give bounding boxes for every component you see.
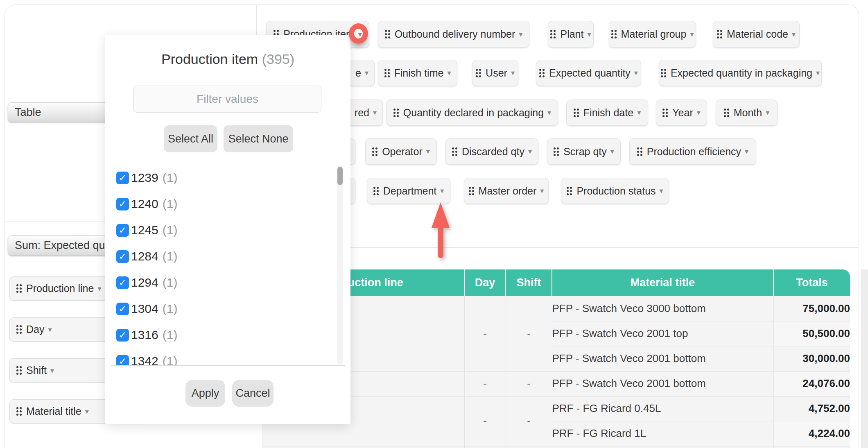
field-finish-time[interactable]: Finish time xyxy=(378,60,457,86)
cell-day: - xyxy=(464,371,506,396)
item-label: 1304 xyxy=(131,302,158,316)
table-row xyxy=(262,446,850,448)
header-totals: Totals xyxy=(773,269,850,296)
chevron-down-icon xyxy=(447,68,451,77)
list-scrollbar-thumb[interactable] xyxy=(337,167,343,185)
checkbox-checked-icon[interactable] xyxy=(116,250,129,263)
drag-handle-icon xyxy=(476,69,481,77)
drag-handle-icon xyxy=(469,187,474,195)
chevron-down-icon xyxy=(690,30,694,39)
field-plant[interactable]: Plant xyxy=(548,21,594,48)
apply-button[interactable]: Apply xyxy=(185,380,225,407)
field-expected-quantity[interactable]: Expected quantity xyxy=(536,60,641,86)
cancel-label: Cancel xyxy=(235,387,270,400)
field-production-efficiency[interactable]: Production efficiency xyxy=(629,138,756,165)
field-user[interactable]: User xyxy=(472,60,518,86)
item-label: 1284 xyxy=(131,249,158,263)
cell-material-title: PRF - FG Ricard 1L xyxy=(552,421,773,446)
checkbox-checked-icon[interactable] xyxy=(116,224,129,237)
filter-value-count: (395) xyxy=(262,51,294,67)
field-material-code[interactable]: Material code xyxy=(713,21,800,48)
item-count: (1) xyxy=(163,354,178,365)
field-label: Year xyxy=(672,107,693,119)
chevron-down-icon xyxy=(766,108,769,117)
drag-handle-icon xyxy=(724,109,729,117)
row-field-label: Shift xyxy=(26,364,47,376)
field-label: Material group xyxy=(621,28,687,40)
drag-handle-icon xyxy=(637,147,642,156)
annotation-red-circle xyxy=(349,23,368,44)
filter-list-item[interactable]: 1304 (1) xyxy=(116,300,177,317)
cell-total: 50,500.00 xyxy=(773,321,850,346)
filter-values-input[interactable] xyxy=(133,86,321,113)
cell-material-title: PFP - Swatch Veco 2001 bottom xyxy=(552,371,773,396)
drag-handle-icon xyxy=(16,407,22,416)
field-discarded-qty[interactable]: Discarded qty xyxy=(445,138,538,165)
table-scrollbar-track[interactable] xyxy=(861,269,868,448)
drag-handle-icon xyxy=(385,30,390,38)
field-outbound-delivery-number[interactable]: Outbound delivery number xyxy=(378,21,529,48)
chevron-down-icon xyxy=(697,108,701,117)
field-finish-date[interactable]: Finish date xyxy=(566,100,648,126)
checkbox-checked-icon[interactable] xyxy=(116,172,129,184)
cell-total: 4,752.00 xyxy=(773,396,850,421)
chevron-down-icon xyxy=(587,30,591,39)
field-scrap-qty[interactable]: Scrap qty xyxy=(547,138,621,165)
select-all-button[interactable]: Select All xyxy=(164,125,217,152)
field-label: red xyxy=(355,107,369,119)
checkbox-checked-icon[interactable] xyxy=(116,303,129,315)
field-expected-quantity-in-packaging[interactable]: Expected quantity in packaging xyxy=(659,60,822,86)
filter-list-item[interactable]: 1284 (1) xyxy=(116,248,177,265)
chevron-down-icon xyxy=(660,186,663,195)
field-month[interactable]: Month xyxy=(716,100,778,126)
item-count: (1) xyxy=(163,276,178,290)
checkbox-checked-icon[interactable] xyxy=(116,355,129,366)
field-year[interactable]: Year xyxy=(656,100,707,126)
filter-list-item[interactable]: 1239 (1) xyxy=(116,169,177,186)
select-none-button[interactable]: Select None xyxy=(224,125,293,152)
drag-handle-icon xyxy=(550,30,556,38)
chevron-down-icon xyxy=(637,108,641,117)
chevron-down-icon xyxy=(792,30,796,39)
checkbox-checked-icon[interactable] xyxy=(116,329,129,342)
field-material-group[interactable]: Material group xyxy=(609,21,696,48)
field-quantity-declared-in-packaging[interactable]: Quantity declared in packaging xyxy=(387,100,558,126)
field-production-status[interactable]: Production status xyxy=(561,178,669,204)
filter-values-list: 1239 (1) 1240 (1) 1245 (1) 1284 (1) 1294… xyxy=(105,165,350,365)
field-master-order[interactable]: Master order xyxy=(464,178,549,204)
drag-handle-icon xyxy=(393,109,399,117)
list-top-divider xyxy=(111,164,345,164)
drag-handle-icon xyxy=(384,69,390,77)
row-field-label: Material title xyxy=(26,405,81,417)
filter-list-item[interactable]: 1294 (1) xyxy=(116,274,177,291)
filter-list-item[interactable]: 1245 (1) xyxy=(116,222,177,239)
arrow-head xyxy=(432,202,450,228)
chevron-down-icon xyxy=(547,108,551,117)
item-count: (1) xyxy=(163,302,178,316)
field-label: e xyxy=(355,67,361,79)
drag-handle-icon xyxy=(372,147,377,156)
item-count: (1) xyxy=(163,223,178,237)
list-scrollbar-track[interactable] xyxy=(337,166,343,364)
field-operator[interactable]: Operator xyxy=(365,138,437,165)
checkbox-checked-icon[interactable] xyxy=(116,276,129,289)
chevron-down-icon xyxy=(426,147,430,156)
drag-handle-icon xyxy=(539,69,545,77)
item-label: 1245 xyxy=(131,223,158,237)
item-label: 1240 xyxy=(131,197,158,211)
filter-list-item[interactable]: 1316 (1) xyxy=(116,326,177,344)
cell-total: 75,000.00 xyxy=(773,296,850,321)
cancel-button[interactable]: Cancel xyxy=(232,380,274,407)
view-type-table-label: Table xyxy=(15,106,41,119)
filter-list-item[interactable]: 1342 (1) xyxy=(116,353,177,365)
cell-total: 30,000.00 xyxy=(773,346,850,371)
chevron-down-icon xyxy=(373,108,377,117)
checkbox-checked-icon[interactable] xyxy=(116,198,129,210)
filter-list-item[interactable]: 1240 (1) xyxy=(116,195,177,213)
field-label: Expected quantity in packaging xyxy=(671,67,812,79)
chevron-down-icon xyxy=(365,68,368,77)
chevron-down-icon xyxy=(540,186,544,195)
field-department[interactable]: Department xyxy=(367,178,450,204)
chevron-down-icon xyxy=(97,284,101,293)
header-day: Day xyxy=(464,269,506,296)
